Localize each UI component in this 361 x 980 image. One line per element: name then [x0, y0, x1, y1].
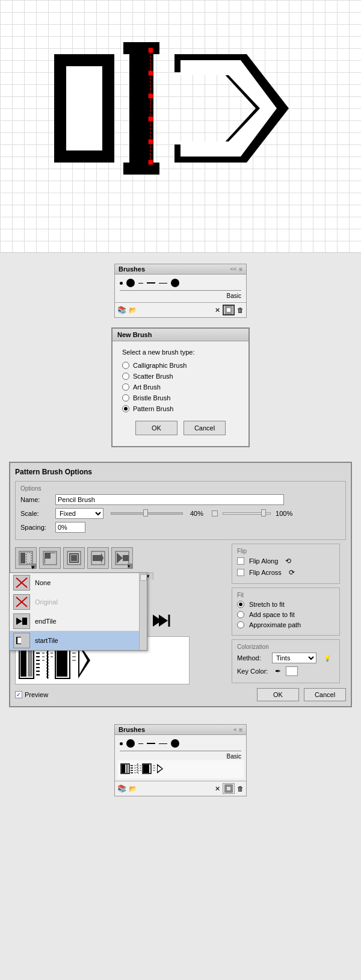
panel-menu-icon[interactable]: ≡ [239, 266, 242, 273]
starttile-label: startTile [35, 637, 58, 644]
svg-rect-81 [131, 772, 133, 774]
fit-group: Fit Stretch to fit Add space to fit Appr… [232, 588, 340, 636]
outer-corner-btn[interactable] [63, 547, 85, 569]
svg-marker-30 [117, 553, 123, 563]
new-brush-icon [224, 306, 233, 314]
brush-large-dot-4[interactable] [171, 739, 179, 748]
preview-checkmark: ✓ [16, 692, 21, 698]
dropdown-scrollbar[interactable] [139, 573, 147, 650]
dropdown-item-endtile[interactable]: endTile [10, 612, 147, 631]
svg-rect-64 [51, 653, 53, 654]
new-brush-title: New Brush [113, 329, 248, 341]
radio-pattern-input[interactable] [122, 405, 129, 412]
original-tile-icon [13, 594, 30, 610]
flip-across-checkbox[interactable] [237, 569, 244, 576]
svg-rect-22 [45, 553, 45, 563]
dropdown-area: ▲ ▼ [15, 572, 153, 580]
key-color-swatch[interactable] [286, 666, 298, 676]
preview-checkbox[interactable]: ✓ Preview [15, 691, 48, 698]
new-brush-ok-button[interactable]: OK [135, 421, 177, 435]
scale-max: 100% [276, 510, 292, 517]
brush-thin-line-2[interactable] [159, 743, 167, 744]
open-brush-icon[interactable]: 📂 [129, 306, 137, 314]
brush-large-dot[interactable] [126, 279, 135, 287]
brush-large-dot-3[interactable] [126, 739, 135, 748]
add-space-radio[interactable] [237, 611, 244, 618]
brush-small-dot[interactable] [120, 282, 123, 285]
add-space-label: Add space to fit [249, 611, 295, 618]
delete-brush-icon-2[interactable]: ✕ [215, 785, 220, 793]
scale-type-select[interactable]: Fixed [55, 508, 103, 519]
name-input[interactable] [55, 494, 284, 505]
radio-art-input[interactable] [122, 383, 129, 391]
spacing-input[interactable] [55, 522, 85, 533]
radio-scatter[interactable]: Scatter Brush [122, 373, 239, 380]
side-tile-btn[interactable]: ▾ [15, 547, 37, 569]
radio-pattern[interactable]: Pattern Brush [122, 405, 239, 412]
collapse-icon[interactable]: << [230, 266, 237, 273]
corner-tile-btn[interactable] [39, 547, 61, 569]
svg-rect-78 [131, 765, 133, 766]
panel-toolbar-2: 📚 📂 ✕ 🗑 [115, 781, 246, 796]
brush-large-dot-2[interactable] [171, 279, 179, 287]
library-icon[interactable]: 📚 [117, 306, 126, 314]
brush-medium-dash-2[interactable] [147, 743, 155, 744]
stretch-radio[interactable] [237, 601, 244, 608]
main-dialog-buttons: OK Cancel [257, 688, 346, 701]
scale-slider[interactable] [111, 512, 183, 515]
scale-row: Scale: Fixed 40% 100% [20, 508, 341, 519]
spacing-row: Spacing: [20, 522, 341, 533]
cancel-button[interactable]: Cancel [304, 688, 346, 701]
library-icon-2[interactable]: 📚 [117, 784, 126, 793]
svg-rect-59 [42, 660, 45, 661]
radio-bristle-input[interactable] [122, 394, 129, 402]
brush-medium-dash[interactable] [147, 282, 155, 284]
dropdown-item-original[interactable]: Original [10, 592, 147, 612]
dropdown-item-none[interactable]: None [10, 573, 147, 592]
trash-icon-2[interactable]: 🗑 [237, 785, 244, 792]
pattern-brush-row[interactable] [117, 760, 244, 778]
svg-rect-25 [71, 555, 77, 561]
new-brush-dialog: New Brush Select a new brush type: Calli… [111, 327, 250, 447]
end-tile-btn[interactable]: ▾ [111, 547, 133, 569]
new-brush-button-2[interactable] [223, 783, 235, 794]
radio-calligraphic-input[interactable] [122, 362, 129, 369]
start-tile-btn[interactable] [87, 547, 109, 569]
tile-dropdown-list[interactable]: None Original [9, 572, 147, 651]
brush-thin-line[interactable] [159, 283, 167, 284]
new-brush-button[interactable] [223, 305, 235, 315]
trash-icon[interactable]: 🗑 [237, 306, 244, 314]
brush-small-dot-2[interactable] [120, 742, 123, 745]
brush-tiny-dash-2[interactable] [138, 743, 143, 744]
name-row: Name: [20, 494, 341, 505]
panel-2-menu-icon[interactable]: ≡ [239, 727, 242, 733]
preview-check-box[interactable]: ✓ [15, 691, 22, 698]
svg-rect-49 [36, 656, 40, 657]
scale-lock-icon[interactable] [212, 510, 218, 516]
new-brush-cancel-button[interactable]: Cancel [184, 421, 226, 435]
eyedropper-icon[interactable]: ✒ [275, 667, 281, 675]
svg-rect-18 [26, 553, 31, 563]
flip-along-checkbox[interactable] [237, 557, 244, 565]
svg-rect-93 [153, 768, 155, 769]
open-brush-icon-2[interactable]: 📂 [129, 785, 137, 793]
delete-brush-icon[interactable]: ✕ [215, 306, 220, 314]
options-bottom: ✓ Preview OK Cancel [15, 688, 346, 701]
radio-calligraphic[interactable]: Calligraphic Brush [122, 362, 239, 369]
radio-scatter-label: Scatter Brush [133, 373, 173, 380]
approximate-radio[interactable] [237, 621, 244, 628]
radio-art[interactable]: Art Brush [122, 383, 239, 391]
radio-scatter-input[interactable] [122, 373, 129, 380]
svg-rect-92 [153, 765, 155, 766]
approximate-label: Approximate path [249, 621, 301, 628]
radio-bristle[interactable]: Bristle Brush [122, 394, 239, 402]
method-select[interactable]: Tints [272, 653, 316, 663]
key-color-row: Key Color: ✒ [237, 666, 335, 676]
ok-button[interactable]: OK [257, 688, 299, 701]
brush-tiny-dash[interactable] [138, 283, 143, 284]
info-icon[interactable]: 💡 [324, 655, 331, 662]
none-icon-svg [15, 577, 28, 589]
spacing-label: Spacing: [20, 524, 51, 531]
dropdown-item-starttile[interactable]: startTile [10, 631, 147, 650]
collapse-2-icon[interactable]: « [233, 727, 236, 733]
